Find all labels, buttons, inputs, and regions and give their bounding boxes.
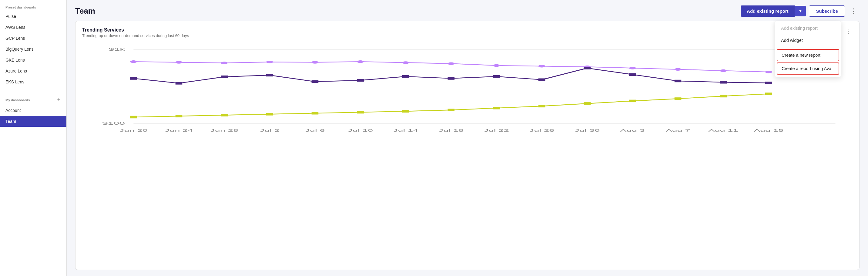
svg-text:Jun 24: Jun 24 xyxy=(165,128,193,132)
svg-rect-47 xyxy=(720,95,727,98)
card-header: Trending Services Trending up or down on… xyxy=(82,27,852,38)
more-options-button[interactable]: ⋮ xyxy=(848,6,860,17)
add-existing-split-btn: Add existing report ▼ xyxy=(741,5,806,17)
svg-point-8 xyxy=(312,61,319,64)
svg-rect-30 xyxy=(629,73,636,76)
svg-rect-44 xyxy=(584,102,591,105)
card-more-button[interactable]: ⋮ xyxy=(844,27,852,35)
main-content: Team Add existing report ▼ Subscribe ⋮ A… xyxy=(67,0,868,276)
svg-text:Aug 15: Aug 15 xyxy=(754,128,783,132)
more-icon: ⋮ xyxy=(850,7,857,15)
svg-text:Jun 20: Jun 20 xyxy=(120,128,148,132)
trending-chart: $1k $100 xyxy=(82,40,852,143)
chart-container: $1k $100 xyxy=(82,40,852,146)
sidebar-item-team[interactable]: Team xyxy=(0,116,66,127)
svg-rect-21 xyxy=(221,75,228,78)
svg-rect-22 xyxy=(266,74,273,77)
dropdown-item-add-existing: Add existing report xyxy=(775,22,841,34)
svg-rect-48 xyxy=(765,92,772,95)
svg-point-12 xyxy=(493,64,500,67)
svg-rect-36 xyxy=(221,114,228,117)
svg-point-18 xyxy=(765,71,772,73)
svg-point-7 xyxy=(266,61,273,63)
svg-rect-37 xyxy=(266,113,273,116)
dropdown-item-add-widget[interactable]: Add widget xyxy=(775,34,841,47)
svg-text:$1k: $1k xyxy=(108,47,125,52)
page-title: Team xyxy=(75,6,95,16)
svg-rect-24 xyxy=(357,79,364,82)
svg-rect-20 xyxy=(176,82,183,85)
svg-point-6 xyxy=(221,62,228,64)
dropdown-divider xyxy=(775,48,841,48)
svg-rect-26 xyxy=(448,77,455,80)
add-dashboard-button[interactable]: + xyxy=(56,97,61,103)
svg-rect-23 xyxy=(312,80,319,83)
svg-point-16 xyxy=(675,68,682,71)
svg-point-9 xyxy=(357,60,364,63)
chevron-down-icon: ▼ xyxy=(799,9,803,13)
svg-point-5 xyxy=(176,61,183,64)
preset-dashboards-label: Preset dashboards xyxy=(0,0,66,11)
card-title: Trending Services xyxy=(82,27,189,33)
sidebar-item-gke-lens[interactable]: GKE Lens xyxy=(0,55,66,65)
svg-text:Jul 14: Jul 14 xyxy=(393,128,418,132)
page-header: Team Add existing report ▼ Subscribe ⋮ A… xyxy=(67,0,868,21)
svg-rect-28 xyxy=(538,79,546,81)
sidebar-item-eks-lens[interactable]: EKS Lens xyxy=(0,76,66,87)
svg-rect-33 xyxy=(765,82,772,84)
svg-text:Jul 10: Jul 10 xyxy=(348,128,373,132)
svg-rect-43 xyxy=(538,105,546,108)
sidebar-item-bigquery-lens[interactable]: BigQuery Lens xyxy=(0,44,66,55)
my-dashboards-section: My dashboards + xyxy=(0,92,66,105)
svg-rect-25 xyxy=(402,75,409,78)
dropdown-item-create-new[interactable]: Create a new report xyxy=(777,49,839,61)
svg-point-4 xyxy=(130,60,137,63)
svg-text:Jul 30: Jul 30 xyxy=(575,128,600,132)
svg-text:Aug 7: Aug 7 xyxy=(665,128,690,132)
trending-services-card: Trending Services Trending up or down on… xyxy=(75,21,860,270)
svg-rect-34 xyxy=(130,116,137,119)
svg-text:Jun 28: Jun 28 xyxy=(210,128,238,132)
svg-rect-19 xyxy=(130,77,137,80)
svg-text:Jul 26: Jul 26 xyxy=(529,128,555,132)
svg-rect-39 xyxy=(357,111,364,114)
sidebar-item-pulse[interactable]: Pulse xyxy=(0,11,66,22)
svg-point-13 xyxy=(538,65,546,68)
svg-text:Jul 22: Jul 22 xyxy=(484,128,509,132)
svg-rect-27 xyxy=(493,75,500,78)
svg-rect-46 xyxy=(675,97,682,100)
svg-text:Jul 18: Jul 18 xyxy=(438,128,464,132)
svg-text:Jul 6: Jul 6 xyxy=(305,128,325,132)
svg-rect-45 xyxy=(629,100,636,102)
add-existing-dropdown-arrow[interactable]: ▼ xyxy=(795,6,806,17)
svg-point-15 xyxy=(629,67,636,69)
sidebar-item-aws-lens[interactable]: AWS Lens xyxy=(0,22,66,33)
svg-rect-31 xyxy=(675,80,682,83)
card-more-icon: ⋮ xyxy=(845,28,851,34)
sidebar-item-account[interactable]: Account xyxy=(0,105,66,116)
svg-rect-35 xyxy=(176,115,183,118)
svg-rect-38 xyxy=(312,112,319,115)
subscribe-button[interactable]: Subscribe xyxy=(809,5,845,17)
svg-rect-42 xyxy=(493,107,500,110)
svg-text:Aug 3: Aug 3 xyxy=(620,128,645,132)
sidebar-item-gcp-lens[interactable]: GCP Lens xyxy=(0,33,66,44)
svg-text:$100: $100 xyxy=(102,121,125,126)
header-actions: Add existing report ▼ Subscribe ⋮ Add ex… xyxy=(741,5,860,17)
add-existing-report-button[interactable]: Add existing report xyxy=(741,5,795,17)
sidebar: Preset dashboards Pulse AWS Lens GCP Len… xyxy=(0,0,67,276)
svg-rect-40 xyxy=(402,110,409,113)
my-dashboards-label: My dashboards xyxy=(5,98,30,102)
card-subtitle: Trending up or down on-demand services d… xyxy=(82,33,189,38)
svg-text:Aug 11: Aug 11 xyxy=(708,128,738,132)
dropdown-menu: Add existing report Add widget Create a … xyxy=(775,21,841,78)
dropdown-item-create-ava[interactable]: Create a report using Ava xyxy=(777,62,839,74)
svg-rect-29 xyxy=(584,67,591,69)
sidebar-item-azure-lens[interactable]: Azure Lens xyxy=(0,65,66,76)
svg-point-11 xyxy=(448,62,455,65)
svg-point-17 xyxy=(720,69,727,72)
svg-rect-41 xyxy=(448,109,455,111)
svg-point-10 xyxy=(402,61,409,64)
svg-text:Jul 2: Jul 2 xyxy=(260,128,280,132)
svg-rect-32 xyxy=(720,81,727,84)
